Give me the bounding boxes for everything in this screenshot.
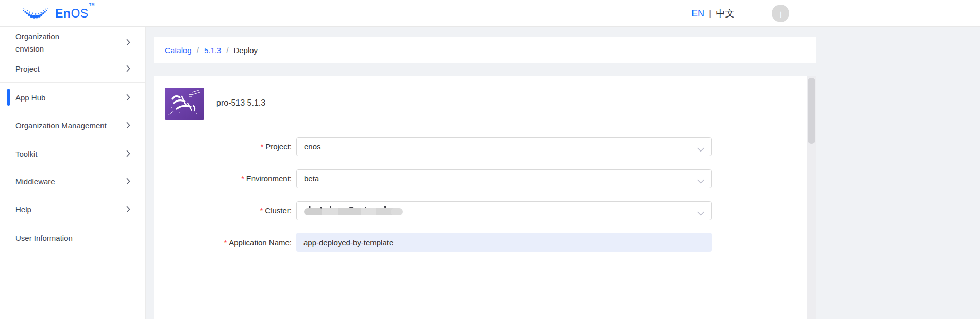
chevron-right-icon (126, 150, 130, 157)
form-row-cluster: *Cluster: (154, 201, 721, 220)
sidebar-item-project[interactable]: Project (0, 61, 146, 76)
sidebar-item-label: User Information (15, 233, 73, 242)
project-select-value: enos (304, 142, 321, 151)
sidebar-item-label: Project (15, 64, 40, 73)
breadcrumb-separator: / (197, 46, 199, 55)
breadcrumb-current-page: Deploy (233, 46, 258, 55)
enos-logo-text: EnOSTM (55, 7, 95, 21)
avatar-initial: j (780, 9, 781, 18)
environment-select-value: beta (304, 174, 319, 183)
chevron-right-icon (126, 122, 130, 129)
chevron-down-icon (697, 209, 704, 218)
vertical-scrollbar-track[interactable] (807, 76, 816, 319)
chevron-down-icon (697, 177, 704, 186)
language-zh[interactable]: 中文 (716, 7, 734, 20)
sidebar-item-organization[interactable]: Organization envision (0, 29, 146, 56)
chevron-right-icon (126, 178, 130, 185)
organization-name: envision (15, 44, 44, 54)
required-marker: * (224, 239, 227, 247)
sidebar-item-middleware[interactable]: Middleware (0, 174, 146, 189)
sidebar-item-user-information[interactable]: User Information (0, 230, 146, 245)
application-name-input[interactable] (296, 233, 712, 252)
sidebar-item-label: Middleware (15, 177, 55, 186)
sidebar-item-label: Organization Management (15, 121, 107, 130)
language-separator: | (709, 8, 711, 19)
enos-logo[interactable]: EnOSTM (21, 0, 95, 27)
breadcrumb-catalog-link[interactable]: Catalog (165, 46, 192, 55)
cluster-label: *Cluster: (154, 201, 292, 220)
redacted-cluster-value (304, 206, 403, 219)
form-row-project: *Project: enos (154, 137, 721, 156)
enos-logo-crescent-icon (21, 5, 50, 22)
environment-label: *Environment: (154, 169, 292, 188)
sidebar-item-app-hub[interactable]: App Hub (0, 90, 146, 105)
chevron-down-icon (697, 145, 704, 154)
top-header: EnOSTM EN | 中文 j (0, 0, 980, 27)
deploy-form-card: pro-513 5.1.3 *Project: enos *Environmen… (154, 76, 807, 319)
required-marker: * (241, 175, 244, 183)
enos-deploy-page: EnOSTM EN | 中文 j Organization envision P… (0, 0, 980, 319)
vertical-scrollbar-thumb[interactable] (808, 78, 815, 144)
chevron-right-icon (126, 65, 130, 72)
chevron-right-icon (126, 39, 130, 46)
organization-label: Organization (15, 31, 59, 41)
project-select[interactable]: enos (296, 137, 712, 156)
application-name-label: *Application Name: (154, 233, 292, 252)
app-icon (165, 88, 204, 120)
breadcrumb-separator: / (226, 46, 228, 55)
user-avatar[interactable]: j (772, 5, 789, 22)
required-marker: * (260, 207, 263, 215)
form-row-environment: *Environment: beta (154, 169, 721, 188)
breadcrumb-version-link[interactable]: 5.1.3 (204, 46, 221, 55)
sidebar-item-label: Help (15, 205, 31, 214)
sidebar-item-label: Toolkit (15, 149, 38, 158)
sidebar-item-label: App Hub (15, 93, 45, 102)
sidebar-divider (0, 82, 145, 83)
chevron-right-icon (126, 206, 130, 213)
sidebar-item-help[interactable]: Help (0, 202, 146, 216)
project-label: *Project: (154, 137, 292, 156)
app-title: pro-513 5.1.3 (216, 98, 265, 108)
environment-select[interactable]: beta (296, 169, 712, 188)
language-en[interactable]: EN (691, 8, 704, 19)
chevron-right-icon (126, 94, 130, 101)
required-marker: * (261, 143, 263, 151)
sidebar-item-toolkit[interactable]: Toolkit (0, 146, 146, 161)
sidebar-nav: Organization envision Project App Hub Or… (0, 27, 146, 319)
form-row-application-name: *Application Name: (154, 233, 721, 252)
breadcrumb: Catalog / 5.1.3 / Deploy (154, 37, 816, 63)
sidebar-item-organization-management[interactable]: Organization Management (0, 118, 146, 132)
language-switcher: EN | 中文 (691, 0, 734, 27)
cluster-select[interactable] (296, 201, 712, 220)
